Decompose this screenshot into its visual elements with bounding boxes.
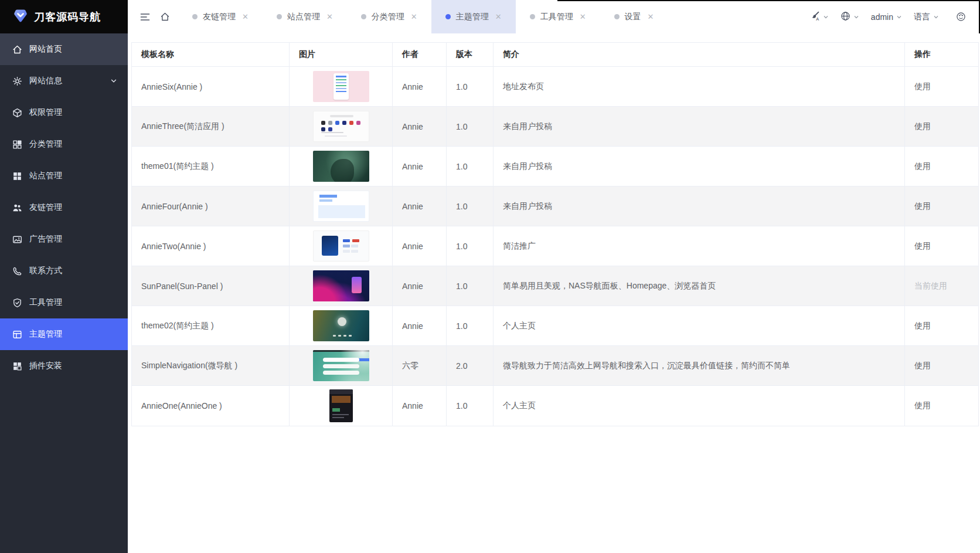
sidebar-item-友链管理[interactable]: 友链管理: [0, 192, 128, 223]
use-button[interactable]: 使用: [914, 161, 931, 171]
use-button[interactable]: 使用: [914, 321, 931, 330]
template-description: 个人主页: [494, 386, 905, 426]
template-author: Annie: [393, 107, 447, 147]
action-cell: 使用: [905, 186, 979, 226]
language-dropdown[interactable]: 语言: [914, 12, 939, 22]
use-button[interactable]: 使用: [914, 241, 931, 250]
template-author: Annie: [393, 386, 447, 426]
username: admin: [871, 12, 893, 22]
language-label: 语言: [914, 12, 930, 22]
tab-分类管理[interactable]: 分类管理✕: [347, 0, 431, 33]
tab-close-icon[interactable]: ✕: [648, 13, 654, 21]
table-row: SunPanel(Sun-Panel )Annie1.0简单易用且美观，NAS导…: [132, 266, 979, 306]
use-button[interactable]: 使用: [914, 201, 931, 211]
gem-logo-icon: [13, 8, 28, 25]
skin-dropdown[interactable]: A: [810, 11, 829, 23]
sidebar-item-工具管理[interactable]: 工具管理: [0, 287, 128, 318]
template-thumbnail[interactable]: [313, 71, 369, 102]
tab-站点管理[interactable]: 站点管理✕: [263, 0, 347, 33]
tab-label: 站点管理: [287, 12, 320, 22]
user-dropdown[interactable]: admin: [871, 12, 902, 22]
template-version: 1.0: [447, 266, 494, 306]
sidebar-item-主题管理[interactable]: 主题管理: [0, 318, 128, 350]
menu-fold-icon[interactable]: [135, 7, 155, 27]
template-thumbnail[interactable]: [313, 151, 369, 182]
chevron-down-icon: [896, 12, 902, 22]
thumbnail-cell: [290, 226, 393, 266]
users-icon: [12, 202, 22, 213]
tab-status-dot: [445, 14, 451, 19]
template-thumbnail[interactable]: [313, 191, 369, 222]
use-button[interactable]: 使用: [914, 361, 931, 370]
sidebar-item-label: 联系方式: [29, 266, 117, 276]
action-cell: 使用: [905, 226, 979, 266]
globe-dropdown[interactable]: [841, 11, 859, 23]
palette-icon[interactable]: [951, 7, 971, 27]
sidebar-item-站点管理[interactable]: 站点管理: [0, 160, 128, 192]
use-button[interactable]: 使用: [914, 121, 931, 131]
sidebar-item-网站首页[interactable]: 网站首页: [0, 33, 128, 65]
tab-label: 分类管理: [372, 12, 404, 22]
chevron-down-icon: [933, 12, 939, 22]
sidebar-item-label: 分类管理: [29, 139, 117, 150]
tab-status-dot: [530, 14, 535, 19]
sidebar-item-联系方式[interactable]: 联系方式: [0, 255, 128, 287]
brand-logo[interactable]: 刀客源码导航: [0, 0, 128, 33]
svg-text:A: A: [816, 16, 819, 21]
template-version: 1.0: [447, 306, 494, 346]
thumbnail-cell: [290, 67, 393, 107]
thumbnail-cell: [290, 186, 393, 226]
toolbar-right: A: [810, 7, 971, 27]
template-thumbnail[interactable]: [329, 389, 353, 422]
table-row: theme02(简约主题 )Annie1.0个人主页使用: [132, 306, 979, 346]
sidebar-item-分类管理[interactable]: 分类管理: [0, 128, 128, 160]
image-icon: [12, 234, 22, 245]
sidebar-item-广告管理[interactable]: 广告管理: [0, 223, 128, 255]
template-name: SunPanel(Sun-Panel ): [132, 266, 290, 306]
tab-close-icon[interactable]: ✕: [580, 13, 586, 21]
template-name: theme02(简约主题 ): [132, 306, 290, 346]
sidebar: 刀客源码导航 网站首页网站信息权限管理分类管理站点管理友链管理广告管理联系方式工…: [0, 0, 128, 553]
home-icon[interactable]: [155, 7, 175, 27]
grid-icon: [12, 139, 22, 150]
tab-close-icon[interactable]: ✕: [326, 13, 333, 21]
tab-主题管理[interactable]: 主题管理✕: [431, 0, 516, 33]
template-thumbnail[interactable]: [313, 111, 369, 142]
sidebar-item-插件安装[interactable]: 插件安装: [0, 350, 128, 382]
table-row: SimpleNavigation(微导航 )六零2.0微导航致力于简洁高效上网导…: [132, 346, 979, 386]
templates-table: 模板名称图片作者版本简介操作 AnnieSix(Annie )Annie1.0地…: [131, 42, 979, 426]
sidebar-item-权限管理[interactable]: 权限管理: [0, 97, 128, 128]
template-thumbnail[interactable]: [313, 230, 369, 262]
tab-label: 友链管理: [203, 12, 236, 22]
tab-close-icon[interactable]: ✕: [411, 13, 417, 21]
contact-icon: [12, 266, 22, 276]
template-thumbnail[interactable]: [313, 310, 369, 341]
template-thumbnail[interactable]: [313, 270, 369, 301]
current-in-use-label: 当前使用: [914, 281, 947, 290]
template-name: AnnieSix(Annie ): [132, 67, 290, 107]
tab-友链管理[interactable]: 友链管理✕: [178, 0, 263, 33]
tab-设置[interactable]: 设置✕: [600, 0, 668, 33]
plugin-icon: [12, 361, 22, 371]
tab-status-dot: [277, 14, 282, 19]
main-area: 友链管理✕站点管理✕分类管理✕主题管理✕工具管理✕设置✕ A: [128, 0, 980, 553]
chevron-down-icon: [853, 12, 859, 22]
screenshot-top-border: [557, 0, 980, 1]
template-thumbnail[interactable]: [313, 350, 369, 381]
template-name: theme01(简约主题 ): [132, 147, 290, 186]
template-author: Annie: [393, 186, 447, 226]
template-version: 1.0: [447, 186, 494, 226]
tab-close-icon[interactable]: ✕: [242, 13, 249, 21]
template-name: AnnieThree(简洁应用 ): [132, 107, 290, 147]
template-description: 来自用户投稿: [494, 186, 905, 226]
sidebar-item-网站信息[interactable]: 网站信息: [0, 65, 128, 97]
column-header-操作: 操作: [905, 43, 979, 67]
table-row: AnnieFour(Annie )Annie1.0来自用户投稿使用: [132, 186, 979, 226]
sidebar-item-label: 广告管理: [29, 234, 117, 245]
template-description: 个人主页: [494, 306, 905, 346]
tab-close-icon[interactable]: ✕: [495, 13, 502, 21]
use-button[interactable]: 使用: [914, 82, 931, 91]
use-button[interactable]: 使用: [914, 401, 931, 410]
table-row: AnnieOne(AnnieOne )Annie1.0个人主页使用: [132, 386, 979, 426]
tab-工具管理[interactable]: 工具管理✕: [516, 0, 600, 33]
